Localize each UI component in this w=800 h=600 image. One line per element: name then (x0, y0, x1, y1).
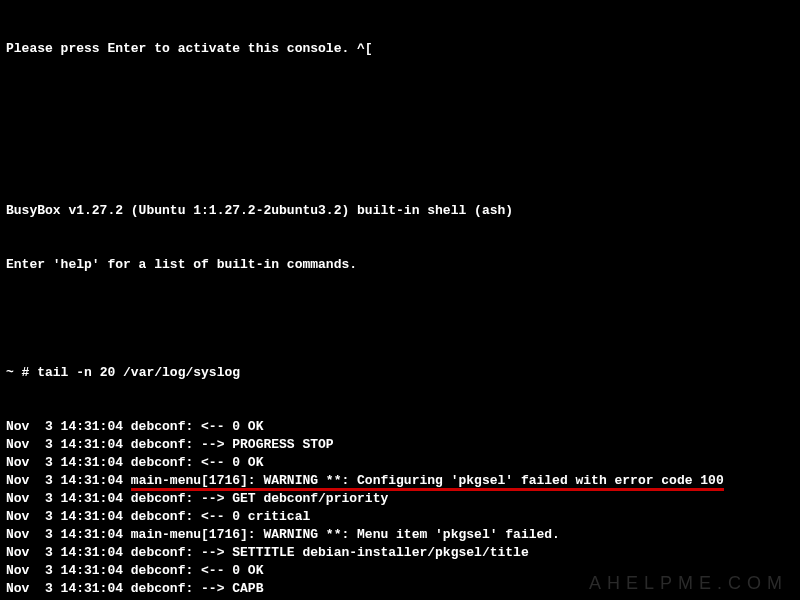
syslog-line: Nov 3 14:31:04 main-menu[1716]: WARNING … (6, 472, 794, 490)
highlighted-text: main-menu[1716]: WARNING **: Configuring… (131, 473, 724, 491)
syslog-line: Nov 3 14:31:04 debconf: --> PROGRESS STO… (6, 436, 794, 454)
prompt-with-command[interactable]: ~ # tail -n 20 /var/log/syslog (6, 364, 794, 382)
console-activate-msg: Please press Enter to activate this cons… (6, 40, 794, 58)
busybox-banner: BusyBox v1.27.2 (Ubuntu 1:1.27.2-2ubuntu… (6, 202, 794, 220)
syslog-text: Nov 3 14:31:04 debconf: <-- 0 critical (6, 509, 310, 524)
syslog-line: Nov 3 14:31:04 debconf: <-- 0 OK (6, 418, 794, 436)
help-hint: Enter 'help' for a list of built-in comm… (6, 256, 794, 274)
syslog-text: Nov 3 14:31:04 (6, 473, 131, 488)
terminal-output: Please press Enter to activate this cons… (0, 0, 800, 600)
blank-line (6, 148, 794, 166)
syslog-line: Nov 3 14:31:04 debconf: <-- 0 critical (6, 508, 794, 526)
syslog-text: Nov 3 14:31:04 debconf: --> PROGRESS STO… (6, 437, 334, 452)
syslog-line: Nov 3 14:31:04 debconf: --> GET debconf/… (6, 490, 794, 508)
blank-line (6, 94, 794, 112)
syslog-text: Nov 3 14:31:04 debconf: --> SETTITLE deb… (6, 545, 529, 560)
syslog-line: Nov 3 14:31:04 main-menu[1716]: WARNING … (6, 526, 794, 544)
blank-line (6, 310, 794, 328)
typed-command: tail -n 20 /var/log/syslog (37, 365, 240, 380)
syslog-text: Nov 3 14:31:04 debconf: --> CAPB (6, 581, 263, 596)
syslog-text: Nov 3 14:31:04 debconf: <-- 0 OK (6, 455, 263, 470)
syslog-text: Nov 3 14:31:04 debconf: <-- 0 OK (6, 419, 263, 434)
syslog-text: Nov 3 14:31:04 debconf: --> GET debconf/… (6, 491, 388, 506)
syslog-line: Nov 3 14:31:04 debconf: --> SETTITLE deb… (6, 544, 794, 562)
syslog-text: Nov 3 14:31:04 main-menu[1716]: WARNING … (6, 527, 560, 542)
watermark: AHELPME.COM (589, 574, 788, 592)
syslog-line: Nov 3 14:31:04 debconf: <-- 0 OK (6, 454, 794, 472)
syslog-text: Nov 3 14:31:04 debconf: <-- 0 OK (6, 563, 263, 578)
shell-prompt: ~ # (6, 365, 37, 380)
